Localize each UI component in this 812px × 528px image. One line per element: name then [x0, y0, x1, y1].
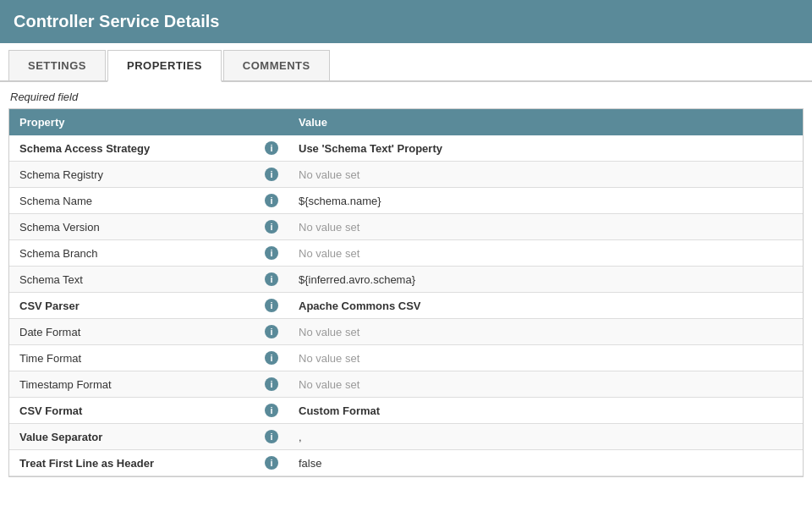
info-icon[interactable]: i: [265, 168, 278, 181]
column-header-extra: [746, 109, 803, 135]
property-extra: [746, 293, 803, 319]
table-row[interactable]: CSV ParseriApache Commons CSV: [9, 293, 803, 319]
info-icon[interactable]: i: [265, 194, 278, 207]
property-value[interactable]: Custom Format: [288, 398, 746, 424]
table-row[interactable]: Value Separatori,: [9, 424, 803, 450]
property-extra: [746, 450, 803, 476]
property-value[interactable]: ,: [288, 424, 746, 450]
property-name: Schema Registry: [9, 162, 255, 188]
table-row[interactable]: Schema Access StrategyiUse 'Schema Text'…: [9, 135, 803, 162]
property-value[interactable]: Use 'Schema Text' Property: [288, 135, 746, 162]
property-value[interactable]: Apache Commons CSV: [288, 293, 746, 319]
property-name: Schema Access Strategy: [9, 135, 255, 162]
table-row[interactable]: Treat First Line as Headerifalse: [9, 450, 803, 476]
info-icon-cell[interactable]: i: [255, 319, 288, 345]
info-icon[interactable]: i: [265, 456, 278, 470]
info-icon-cell[interactable]: i: [255, 240, 288, 267]
info-icon-cell[interactable]: i: [255, 135, 288, 162]
property-value[interactable]: ${schema.name}: [288, 188, 746, 214]
info-icon[interactable]: i: [265, 272, 278, 286]
property-name: Schema Name: [9, 188, 255, 214]
property-value[interactable]: No value set: [288, 240, 746, 267]
property-value[interactable]: No value set: [288, 214, 746, 240]
info-icon[interactable]: i: [265, 220, 278, 234]
info-icon-cell[interactable]: i: [255, 214, 288, 240]
property-name: Schema Version: [9, 214, 255, 240]
property-name: Value Separator: [9, 424, 255, 450]
property-name: Timestamp Format: [9, 371, 255, 398]
property-extra: [746, 240, 803, 267]
property-extra: [746, 267, 803, 293]
info-icon[interactable]: i: [265, 299, 278, 312]
table-row[interactable]: CSV FormatiCustom Format: [9, 398, 803, 424]
tab-settings[interactable]: SETTINGS: [8, 50, 106, 80]
property-extra: [746, 188, 803, 214]
tab-comments[interactable]: COMMENTS: [223, 50, 330, 80]
tabs-bar: SETTINGS PROPERTIES COMMENTS: [0, 43, 812, 82]
required-field-label: Required field: [0, 82, 812, 108]
info-icon[interactable]: i: [265, 141, 278, 155]
tab-properties[interactable]: PROPERTIES: [107, 50, 222, 82]
property-name: Schema Text: [9, 267, 255, 293]
property-value[interactable]: No value set: [288, 319, 746, 345]
column-header-value: Value: [288, 109, 746, 135]
property-value[interactable]: ${inferred.avro.schema}: [288, 267, 746, 293]
property-name: Time Format: [9, 345, 255, 371]
table-row[interactable]: Schema RegistryiNo value set: [9, 162, 803, 188]
column-header-icon: [255, 109, 288, 135]
property-value[interactable]: false: [288, 450, 746, 476]
info-icon-cell[interactable]: i: [255, 188, 288, 214]
info-icon[interactable]: i: [265, 325, 278, 338]
info-icon-cell[interactable]: i: [255, 424, 288, 450]
property-extra: [746, 371, 803, 398]
dialog-title: Controller Service Details: [14, 12, 219, 30]
table-row[interactable]: Date FormatiNo value set: [9, 319, 803, 345]
info-icon[interactable]: i: [265, 404, 278, 417]
info-icon-cell[interactable]: i: [255, 345, 288, 371]
property-name: Date Format: [9, 319, 255, 345]
info-icon-cell[interactable]: i: [255, 267, 288, 293]
property-name: Schema Branch: [9, 240, 255, 267]
properties-table: Property Value Schema Access StrategyiUs…: [9, 109, 803, 476]
property-value[interactable]: No value set: [288, 345, 746, 371]
property-extra: [746, 135, 803, 162]
info-icon-cell[interactable]: i: [255, 398, 288, 424]
info-icon-cell[interactable]: i: [255, 293, 288, 319]
column-header-property: Property: [9, 109, 255, 135]
table-header-row: Property Value: [9, 109, 803, 135]
property-name: Treat First Line as Header: [9, 450, 255, 476]
properties-table-wrapper[interactable]: Property Value Schema Access StrategyiUs…: [8, 108, 804, 477]
info-icon[interactable]: i: [265, 377, 278, 391]
property-extra: [746, 319, 803, 345]
property-extra: [746, 398, 803, 424]
property-value[interactable]: No value set: [288, 371, 746, 398]
info-icon[interactable]: i: [265, 351, 278, 365]
info-icon[interactable]: i: [265, 430, 278, 443]
table-row[interactable]: Timestamp FormatiNo value set: [9, 371, 803, 398]
info-icon-cell[interactable]: i: [255, 371, 288, 398]
info-icon[interactable]: i: [265, 246, 278, 260]
table-row[interactable]: Schema Namei${schema.name}: [9, 188, 803, 214]
table-row[interactable]: Schema BranchiNo value set: [9, 240, 803, 267]
property-value[interactable]: No value set: [288, 162, 746, 188]
property-name: CSV Parser: [9, 293, 255, 319]
dialog-header: Controller Service Details: [0, 0, 812, 43]
info-icon-cell[interactable]: i: [255, 162, 288, 188]
table-row[interactable]: Time FormatiNo value set: [9, 345, 803, 371]
info-icon-cell[interactable]: i: [255, 450, 288, 476]
property-name: CSV Format: [9, 398, 255, 424]
table-row[interactable]: Schema Texti${inferred.avro.schema}: [9, 267, 803, 293]
table-row[interactable]: Schema VersioniNo value set: [9, 214, 803, 240]
property-extra: [746, 214, 803, 240]
property-extra: [746, 424, 803, 450]
property-extra: [746, 345, 803, 371]
property-extra: [746, 162, 803, 188]
